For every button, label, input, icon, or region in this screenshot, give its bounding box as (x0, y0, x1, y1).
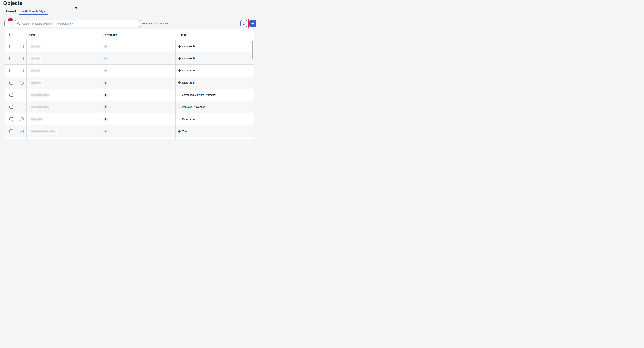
table-row[interactable]: + 10-1-nat 0 Data Prefix (5, 53, 254, 65)
vertical-scrollbar-thumb[interactable] (252, 41, 254, 59)
object-diamond-icon (178, 69, 181, 72)
row-checkbox[interactable] (10, 105, 13, 109)
refresh-button[interactable] (240, 20, 247, 27)
add-object-button[interactable] (249, 20, 256, 27)
row-checkbox[interactable] (10, 57, 13, 60)
references-count-badge: 0 (103, 45, 108, 48)
table-row[interactable]: + (5, 137, 254, 139)
expand-row-button[interactable]: + (20, 117, 24, 121)
search-icon (17, 22, 20, 25)
mouse-cursor (74, 4, 78, 10)
column-header-name[interactable]: Name (28, 33, 35, 36)
search-box (14, 20, 140, 27)
object-diamond-icon (178, 118, 181, 121)
object-type-label: Zone (182, 130, 188, 133)
object-diamond-icon (178, 105, 181, 108)
refresh-icon (242, 22, 246, 25)
tab-firewall[interactable]: Firewall (3, 8, 19, 15)
references-count-badge: 2 (103, 117, 108, 121)
column-divider (102, 40, 102, 139)
object-diamond-icon (178, 81, 181, 84)
object-diamond-icon (178, 57, 181, 60)
expand-row-button[interactable]: + (20, 45, 24, 48)
table-row[interactable]: + 10-1-nat 0 Data Prefix (5, 40, 254, 53)
object-type-label: Advanced Malware Protection (182, 93, 216, 96)
filter-count-badge: 74 (8, 18, 13, 21)
references-count-badge: 1 (103, 105, 108, 109)
object-diamond-icon (178, 93, 181, 96)
column-header-type[interactable]: Type (181, 33, 186, 36)
object-type-label: Intrusion Prevention (182, 105, 205, 108)
object-type-label: Data Prefix (182, 69, 195, 72)
object-type-label: Data Prefix (182, 57, 195, 60)
results-count-text: Displaying 50 of 55 objects (142, 20, 171, 27)
column-divider (175, 40, 176, 139)
table-body: + 10-1-nat 0 Data Prefix (5, 40, 254, 139)
object-type-label: Data Prefix (182, 81, 195, 84)
expand-row-button[interactable]: + (20, 57, 24, 60)
object-type-label: Data Prefix (182, 45, 195, 48)
object-name-redacted: Corp_Nets (28, 117, 44, 121)
object-diamond-icon (178, 130, 181, 133)
expand-row-button[interactable]: + (20, 130, 24, 133)
references-count-badge: 0 (103, 93, 108, 97)
table-row[interactable]: + Corp_Nets 2 Data Prefix (5, 113, 254, 125)
object-name-redacted: Corp-AMP-policy (28, 105, 51, 109)
search-input[interactable] (22, 22, 140, 25)
object-name-redacted: 10-1-nat (28, 68, 42, 73)
row-checkbox[interactable] (10, 117, 13, 121)
plus-icon (251, 22, 254, 25)
row-checkbox[interactable] (10, 69, 13, 72)
row-checkbox[interactable] (10, 81, 13, 85)
column-divider (17, 40, 18, 139)
expand-row-button[interactable]: + (20, 81, 24, 85)
table-row[interactable]: + Corp-AMP-policy 0 Advanced Malware P (5, 89, 254, 101)
references-count-badge: 0 (103, 57, 108, 60)
select-all-checkbox[interactable] (10, 33, 13, 36)
row-checkbox[interactable] (10, 129, 13, 133)
objects-table: Name References Type + 10-1-nat 0 (5, 29, 254, 139)
row-checkbox[interactable] (10, 93, 13, 97)
object-name-redacted: CorporateUsers_zone (28, 129, 57, 133)
table-row[interactable]: + Corp-AMP-policy 1 Intrusion Preventi (5, 101, 254, 113)
object-name-redacted: 10-1-nat (28, 56, 42, 61)
table-row[interactable]: + Cigna123 0 Data Prefix (5, 77, 254, 89)
objects-page: Objects Firewall WAN Branch Edge 74 Disp… (0, 0, 258, 139)
references-count-badge: 0 (103, 81, 108, 85)
references-count-badge: 0 (103, 69, 108, 72)
object-diamond-icon (178, 45, 181, 48)
tab-wan-branch-edge[interactable]: WAN Branch Edge (19, 8, 48, 15)
object-name-redacted: Corp-AMP-policy (28, 93, 51, 97)
table-row[interactable]: + CorporateUsers_zone 2 Zone (5, 125, 254, 137)
row-checkbox[interactable] (10, 45, 13, 48)
object-name-redacted: Cigna123 (28, 80, 43, 85)
object-type-label: Data Prefix (182, 118, 195, 121)
page-title: Objects (3, 0, 22, 6)
table-header-row: Name References Type (5, 29, 254, 40)
object-name-redacted: 10-1-nat (28, 44, 42, 49)
references-count-badge: 2 (103, 129, 108, 133)
tab-bar: Firewall WAN Branch Edge (3, 8, 48, 15)
table-row[interactable]: + 10-1-nat 0 Data Prefix (5, 65, 254, 77)
column-header-references[interactable]: References (103, 33, 117, 36)
funnel-icon (6, 22, 10, 25)
expand-row-button[interactable]: + (20, 69, 24, 72)
